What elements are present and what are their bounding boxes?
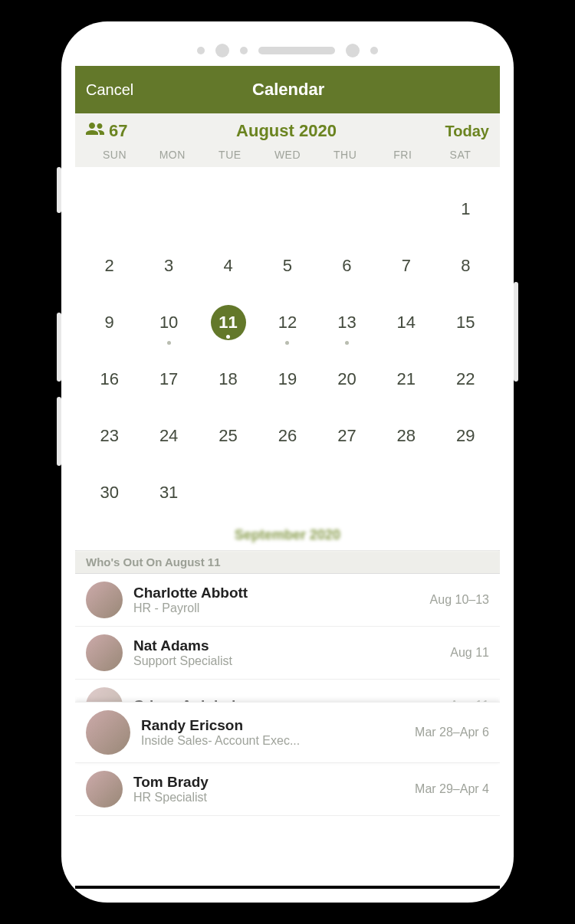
calendar-grid: 1234567891011121314151617181920212223242… (75, 167, 500, 527)
person-info: Tom BradyHR Specialist (133, 774, 404, 804)
person-row[interactable]: Randy EricsonInside Sales- Account Exec.… (75, 702, 500, 763)
avatar (86, 582, 123, 618)
calendar-day[interactable]: 10 (139, 302, 198, 343)
calendar-day[interactable]: 31 (139, 472, 198, 513)
calendar-day[interactable]: 2 (80, 245, 139, 287)
people-icon (86, 121, 104, 141)
calendar-day[interactable]: 22 (436, 359, 495, 400)
phone-side-button (57, 397, 61, 466)
day-name: MON (143, 149, 201, 161)
person-date-range: Mar 29–Apr 4 (415, 782, 489, 796)
calendar-day[interactable]: 11 (199, 302, 258, 343)
people-count-number: 67 (109, 121, 127, 141)
avatar (86, 771, 123, 808)
avatar (86, 634, 123, 671)
calendar-day[interactable]: 26 (258, 415, 317, 457)
calendar-day (317, 188, 376, 230)
calendar-day (258, 188, 317, 230)
calendar-day[interactable]: 25 (199, 415, 258, 457)
day-names-row: SUNMONTUEWEDTHUFRISAT (86, 141, 489, 167)
phone-frame: Cancel Calendar 67 August 2020 Today SUN… (61, 21, 514, 903)
calendar-day (80, 188, 139, 230)
day-name: THU (317, 149, 374, 161)
day-name: SUN (86, 149, 143, 161)
person-role: HR Specialist (133, 791, 404, 804)
person-date-range: Aug 10–13 (430, 593, 489, 607)
calendar-day[interactable]: 12 (258, 302, 317, 343)
calendar-day (199, 188, 258, 230)
calendar-day[interactable]: 6 (317, 245, 376, 287)
phone-side-button (57, 167, 61, 213)
calendar-day[interactable]: 5 (258, 245, 317, 287)
person-role: HR - Payroll (133, 601, 419, 615)
whos-out-list[interactable]: Charlotte AbbottHR - PayrollAug 10–13Nat… (75, 574, 500, 816)
calendar-day[interactable]: 17 (139, 359, 198, 400)
calendar-day[interactable]: 29 (436, 415, 495, 457)
person-role: Support Specialist (133, 654, 439, 668)
person-info: Randy EricsonInside Sales- Account Exec.… (141, 717, 404, 748)
calendar-day[interactable]: 3 (139, 245, 198, 287)
next-month-peek: September 2020 (75, 527, 500, 550)
phone-side-button (57, 313, 61, 382)
app-header: Cancel Calendar (75, 66, 500, 113)
calendar-day[interactable]: 15 (436, 302, 495, 343)
calendar-day (376, 188, 435, 230)
person-name: Randy Ericson (141, 717, 404, 734)
person-name: Nat Adams (133, 637, 439, 654)
calendar-day (376, 472, 435, 513)
day-name: TUE (201, 149, 258, 161)
calendar-day[interactable]: 1 (436, 188, 495, 230)
person-row[interactable]: Tom BradyHR SpecialistMar 29–Apr 4 (75, 763, 500, 816)
today-button[interactable]: Today (445, 123, 489, 140)
calendar-day[interactable]: 16 (80, 359, 139, 400)
person-row[interactable]: Nat AdamsSupport SpecialistAug 11 (75, 627, 500, 680)
app-screen: Cancel Calendar 67 August 2020 Today SUN… (75, 66, 500, 889)
calendar-day[interactable]: 14 (376, 302, 435, 343)
person-role: Inside Sales- Account Exec... (141, 734, 404, 748)
cancel-button[interactable]: Cancel (86, 81, 133, 99)
calendar-day[interactable]: 23 (80, 415, 139, 457)
calendar-day[interactable]: 20 (317, 359, 376, 400)
calendar-day (436, 472, 495, 513)
phone-top-hardware (75, 35, 500, 66)
calendar-day (199, 472, 258, 513)
calendar-day[interactable]: 24 (139, 415, 198, 457)
avatar (86, 710, 130, 755)
month-label[interactable]: August 2020 (236, 121, 337, 141)
calendar-day[interactable]: 13 (317, 302, 376, 343)
calendar-day[interactable]: 19 (258, 359, 317, 400)
calendar-day (317, 472, 376, 513)
person-info: Charlotte AbbottHR - Payroll (133, 585, 419, 615)
person-row[interactable]: Charlotte AbbottHR - PayrollAug 10–13 (75, 574, 500, 627)
person-date-range: Mar 28–Apr 6 (415, 726, 489, 739)
day-name: FRI (374, 149, 432, 161)
calendar-day[interactable]: 4 (199, 245, 258, 287)
person-name: Tom Brady (133, 774, 404, 791)
calendar-day (139, 188, 198, 230)
whos-out-header: Who's Out On August 11 (75, 550, 500, 574)
calendar-day (258, 472, 317, 513)
calendar-day[interactable]: 9 (80, 302, 139, 343)
calendar-day[interactable]: 7 (376, 245, 435, 287)
day-name: WED (258, 149, 316, 161)
calendar-day[interactable]: 30 (80, 472, 139, 513)
calendar-day[interactable]: 8 (436, 245, 495, 287)
calendar-subheader: 67 August 2020 Today SUNMONTUEWEDTHUFRIS… (75, 113, 500, 167)
person-info: Nat AdamsSupport Specialist (133, 637, 439, 668)
phone-side-button (514, 282, 518, 382)
calendar-day[interactable]: 27 (317, 415, 376, 457)
person-name: Charlotte Abbott (133, 585, 419, 601)
calendar-day[interactable]: 28 (376, 415, 435, 457)
page-title: Calendar (252, 80, 324, 100)
calendar-day[interactable]: 21 (376, 359, 435, 400)
people-count[interactable]: 67 (86, 121, 127, 141)
day-name: SAT (432, 149, 489, 161)
calendar-day[interactable]: 18 (199, 359, 258, 400)
person-date-range: Aug 11 (450, 646, 489, 660)
